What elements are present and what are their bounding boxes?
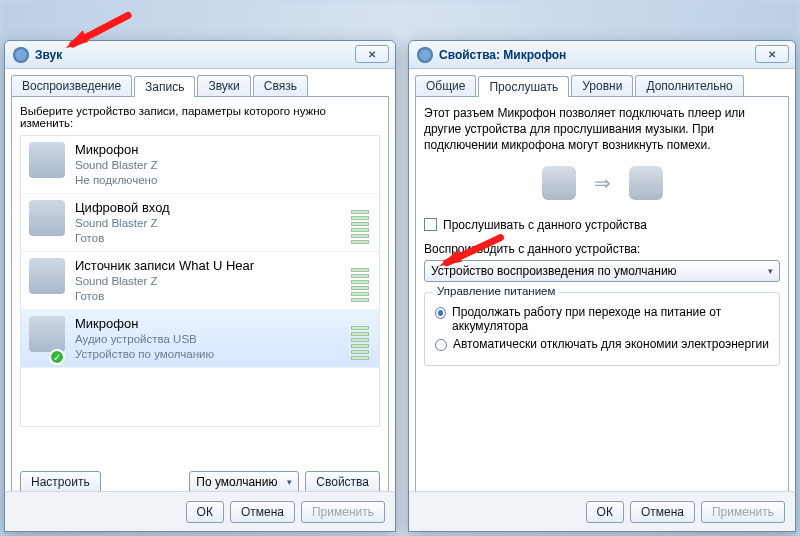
- tabs-right: Общие Прослушать Уровни Дополнительно: [409, 69, 795, 96]
- speaker-icon: [13, 47, 29, 63]
- microphone-icon: [417, 47, 433, 63]
- microphone-icon: [542, 166, 576, 200]
- close-icon[interactable]: [755, 45, 789, 63]
- cancel-button[interactable]: Отмена: [630, 501, 695, 523]
- playback-device-select[interactable]: Устройство воспроизведения по умолчанию: [424, 260, 780, 282]
- default-check-icon: ✓: [49, 349, 65, 365]
- close-icon[interactable]: [355, 45, 389, 63]
- recording-hint: Выберите устройство записи, параметры ко…: [20, 105, 380, 129]
- level-meter-icon: [351, 202, 369, 244]
- titlebar-right[interactable]: Свойства: Микрофон: [409, 41, 795, 69]
- panel-listen: Этот разъем Микрофон позволяет подключат…: [415, 96, 789, 502]
- tab-recording[interactable]: Запись: [134, 76, 195, 97]
- device-status: Готов: [75, 289, 371, 303]
- device-name: Микрофон: [75, 142, 371, 158]
- titlebar-left[interactable]: Звук: [5, 41, 395, 69]
- group-title: Управление питанием: [433, 285, 559, 297]
- device-sub: Sound Blaster Z: [75, 216, 371, 230]
- tab-sounds[interactable]: Звуки: [197, 75, 250, 96]
- list-item[interactable]: Источник записи What U Hear Sound Blaste…: [21, 252, 379, 310]
- device-sub: Аудио устройства USB: [75, 332, 371, 346]
- window-title: Звук: [35, 48, 62, 62]
- panel-recording: Выберите устройство записи, параметры ко…: [11, 96, 389, 502]
- apply-button[interactable]: Применить: [301, 501, 385, 523]
- listen-checkbox-label: Прослушивать с данного устройства: [443, 218, 647, 232]
- tab-playback[interactable]: Воспроизведение: [11, 75, 132, 96]
- properties-window: Свойства: Микрофон Общие Прослушать Уров…: [408, 40, 796, 532]
- device-name: Цифровой вход: [75, 200, 371, 216]
- device-status: Не подключено: [75, 173, 371, 187]
- device-status: Готов: [75, 231, 371, 245]
- radio-auto-disable[interactable]: [435, 339, 447, 351]
- microphone-icon: [29, 316, 65, 352]
- tabs-left: Воспроизведение Запись Звуки Связь: [5, 69, 395, 96]
- ok-button[interactable]: ОК: [186, 501, 224, 523]
- listen-description: Этот разъем Микрофон позволяет подключат…: [424, 105, 780, 154]
- arrow-right-icon: ⇒: [594, 171, 611, 195]
- list-item[interactable]: Цифровой вход Sound Blaster Z Готов: [21, 194, 379, 252]
- device-sub: Sound Blaster Z: [75, 158, 371, 172]
- radio-continue-on-battery[interactable]: [435, 307, 446, 319]
- device-name: Микрофон: [75, 316, 371, 332]
- line-in-icon: [29, 258, 65, 294]
- signal-diagram: ⇒: [424, 166, 780, 200]
- level-meter-icon: [351, 260, 369, 302]
- sound-window: Звук Воспроизведение Запись Звуки Связь …: [4, 40, 396, 532]
- tab-communications[interactable]: Связь: [253, 75, 308, 96]
- ok-button[interactable]: ОК: [586, 501, 624, 523]
- device-status: Устройство по умолчанию: [75, 347, 371, 361]
- power-management-group: Управление питанием Продолжать работу пр…: [424, 292, 780, 366]
- tab-advanced[interactable]: Дополнительно: [635, 75, 743, 96]
- list-item[interactable]: ✓ Микрофон Аудио устройства USB Устройст…: [21, 310, 379, 368]
- properties-button[interactable]: Свойства: [305, 471, 380, 493]
- line-in-icon: [29, 200, 65, 236]
- list-item[interactable]: Микрофон Sound Blaster Z Не подключено: [21, 136, 379, 194]
- level-meter-icon: [351, 318, 369, 360]
- set-default-label: По умолчанию: [196, 475, 277, 489]
- dialog-footer: ОК Отмена Применить: [409, 491, 795, 531]
- device-name: Источник записи What U Hear: [75, 258, 371, 274]
- speaker-icon: [629, 166, 663, 200]
- tab-listen[interactable]: Прослушать: [478, 76, 569, 97]
- apply-button[interactable]: Применить: [701, 501, 785, 523]
- microphone-icon: [29, 142, 65, 178]
- tab-general[interactable]: Общие: [415, 75, 476, 96]
- window-title: Свойства: Микрофон: [439, 48, 566, 62]
- dialog-footer: ОК Отмена Применить: [5, 491, 395, 531]
- tab-levels[interactable]: Уровни: [571, 75, 633, 96]
- device-sub: Sound Blaster Z: [75, 274, 371, 288]
- playback-through-label: Воспроизводить с данного устройства:: [424, 242, 780, 256]
- listen-checkbox[interactable]: [424, 218, 437, 231]
- set-default-button[interactable]: По умолчанию: [189, 471, 299, 493]
- device-list: Микрофон Sound Blaster Z Не подключено Ц…: [20, 135, 380, 427]
- configure-button[interactable]: Настроить: [20, 471, 101, 493]
- radio-label: Автоматически отключать для экономии эле…: [453, 337, 769, 351]
- playback-device-value: Устройство воспроизведения по умолчанию: [431, 264, 677, 278]
- radio-label: Продолжать работу при переходе на питани…: [452, 305, 769, 333]
- cancel-button[interactable]: Отмена: [230, 501, 295, 523]
